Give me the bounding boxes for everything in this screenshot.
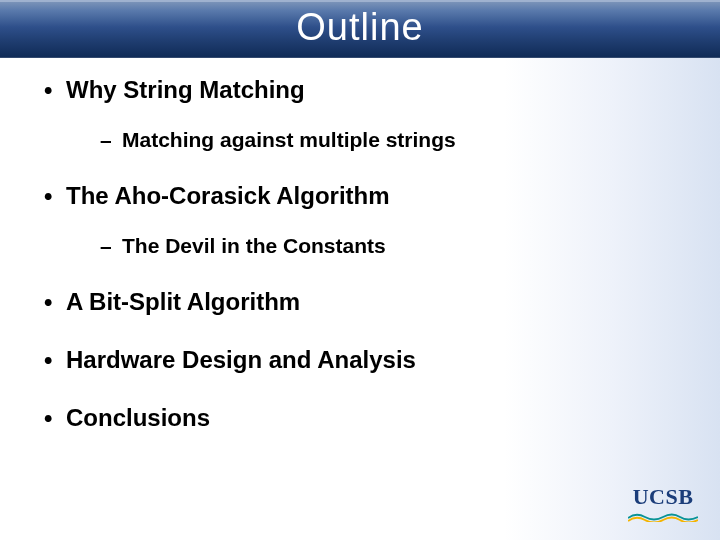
slide: Outline Why String Matching Matching aga… — [0, 0, 720, 540]
sublist: Matching against multiple strings — [100, 128, 690, 152]
sublist: The Devil in the Constants — [100, 234, 690, 258]
outline-list: Why String Matching Matching against mul… — [40, 76, 690, 432]
list-item-text: A Bit-Split Algorithm — [66, 288, 300, 315]
sublist-item-text: Matching against multiple strings — [122, 128, 456, 151]
list-item-text: Hardware Design and Analysis — [66, 346, 416, 373]
list-item-text: Why String Matching — [66, 76, 305, 103]
list-item: Why String Matching Matching against mul… — [40, 76, 690, 152]
list-item-text: Conclusions — [66, 404, 210, 431]
list-item: A Bit-Split Algorithm — [40, 288, 690, 316]
logo-text: UCSB — [628, 486, 698, 508]
slide-content: Why String Matching Matching against mul… — [0, 58, 720, 432]
sublist-item: Matching against multiple strings — [100, 128, 690, 152]
list-item: Conclusions — [40, 404, 690, 432]
sublist-item-text: The Devil in the Constants — [122, 234, 386, 257]
ucsb-logo: UCSB — [628, 486, 698, 526]
title-bar: Outline — [0, 0, 720, 58]
slide-title: Outline — [0, 2, 720, 49]
list-item: The Aho-Corasick Algorithm The Devil in … — [40, 182, 690, 258]
wave-icon — [628, 512, 698, 522]
list-item: Hardware Design and Analysis — [40, 346, 690, 374]
list-item-text: The Aho-Corasick Algorithm — [66, 182, 390, 209]
sublist-item: The Devil in the Constants — [100, 234, 690, 258]
